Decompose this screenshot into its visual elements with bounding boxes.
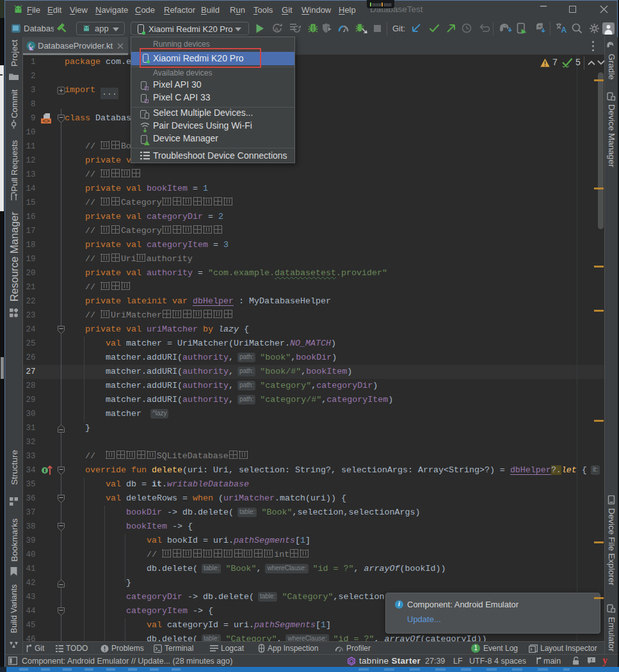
svg-text:A: A <box>561 26 567 34</box>
svg-text:A: A <box>275 26 278 33</box>
